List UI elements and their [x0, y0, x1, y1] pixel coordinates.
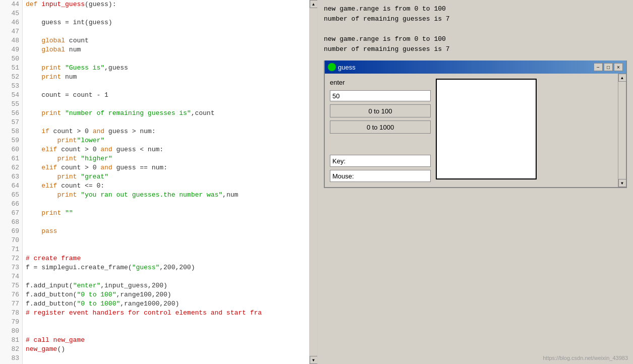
line-number: 83	[0, 354, 22, 363]
code-line	[26, 354, 309, 363]
code-line	[26, 54, 309, 64]
mouse-status: Mouse:	[330, 170, 431, 182]
line-number: 76	[0, 290, 22, 299]
code-line: print "number of remaining guesses is",c…	[26, 109, 309, 118]
line-number: 54	[0, 91, 22, 100]
line-number: 80	[0, 327, 22, 336]
console-line: new game.range is from 0 to 100	[324, 4, 627, 14]
close-button[interactable]: ×	[614, 63, 623, 71]
code-line	[26, 218, 309, 227]
line-number: 77	[0, 299, 22, 309]
line-number: 68	[0, 218, 22, 227]
gui-scroll-up[interactable]: ▲	[618, 74, 626, 82]
code-line: print "great"	[26, 172, 309, 181]
line-number: 79	[0, 318, 22, 327]
console-line: number of remaining guesses is 7	[324, 14, 627, 24]
gui-canvas[interactable]	[436, 79, 537, 179]
line-number: 51	[0, 64, 22, 73]
line-number: 49	[0, 45, 22, 54]
line-number: 66	[0, 200, 22, 209]
line-number: 65	[0, 191, 22, 200]
line-number: 70	[0, 236, 22, 245]
code-line: f.add_input("enter",input_guess,200)	[26, 281, 309, 290]
code-line: # register event handlers for control el…	[26, 309, 309, 318]
line-number: 50	[0, 54, 22, 64]
code-line: elif count <= 0:	[26, 181, 309, 191]
line-number: 81	[0, 336, 22, 345]
code-line	[26, 318, 309, 327]
console-line: number of remaining guesses is 7	[324, 44, 627, 54]
line-number: 60	[0, 145, 22, 154]
code-line: # call new_game	[26, 336, 309, 345]
code-line: pass	[26, 227, 309, 236]
line-number: 72	[0, 254, 22, 263]
code-line: count = count - 1	[26, 91, 309, 100]
scroll-track[interactable]	[310, 8, 317, 356]
line-number: 46	[0, 18, 22, 27]
minimize-button[interactable]: −	[594, 63, 603, 71]
code-line: # create frame	[26, 254, 309, 263]
gui-scroll-track[interactable]	[618, 82, 626, 179]
line-number: 63	[0, 172, 22, 181]
gui-scroll-down[interactable]: ▼	[618, 179, 626, 187]
line-number: 82	[0, 345, 22, 354]
line-numbers: 4445464748495051525354555657585960616263…	[0, 0, 23, 364]
code-line: print ""	[26, 209, 309, 218]
input-label: enter	[330, 79, 431, 86]
code-content: def input_guess(guess): guess = int(gues…	[23, 0, 309, 364]
code-line: global count	[26, 36, 309, 45]
enter-input[interactable]	[330, 90, 431, 101]
code-scrollbar[interactable]: ▲ ▼	[309, 0, 317, 364]
line-number: 58	[0, 127, 22, 136]
code-line	[26, 118, 309, 127]
line-number: 61	[0, 154, 22, 163]
button-0-to-100[interactable]: 0 to 100	[330, 104, 431, 117]
button-0-to-1000[interactable]: 0 to 1000	[330, 120, 431, 134]
line-number: 71	[0, 245, 22, 254]
code-editor: 4445464748495051525354555657585960616263…	[0, 0, 318, 364]
line-number: 47	[0, 27, 22, 36]
gui-scrollbar[interactable]: ▲ ▼	[618, 74, 626, 187]
code-line: guess = int(guess)	[26, 18, 309, 27]
line-number: 75	[0, 281, 22, 290]
code-line	[26, 327, 309, 336]
code-line: print num	[26, 73, 309, 82]
gui-title: guess	[338, 64, 356, 71]
gui-titlebar: guess − □ ×	[325, 60, 626, 74]
code-line: f.add_button("0 to 1000",range1000,200)	[26, 299, 309, 309]
code-line	[26, 27, 309, 36]
console-line: new game.range is from 0 to 100	[324, 34, 627, 44]
code-line: f = simplegui.create_frame("guess",200,2…	[26, 263, 309, 272]
code-line	[26, 272, 309, 281]
line-number: 55	[0, 100, 22, 109]
line-number: 74	[0, 272, 22, 281]
line-number: 56	[0, 109, 22, 118]
line-number: 45	[0, 9, 22, 18]
scroll-up-arrow[interactable]: ▲	[310, 0, 318, 8]
line-number: 57	[0, 118, 22, 127]
gui-body: enter 0 to 100 0 to 1000 Key: Mouse: ▲ ▼	[325, 74, 626, 187]
code-line	[26, 9, 309, 18]
code-line	[26, 82, 309, 91]
key-status: Key:	[330, 155, 431, 167]
code-line	[26, 245, 309, 254]
code-line: print "higher"	[26, 154, 309, 163]
gui-app-icon	[328, 63, 336, 71]
code-line: def input_guess(guess):	[26, 0, 309, 9]
gui-window: guess − □ × enter 0 to 100 0 to 1000 Key…	[324, 60, 627, 188]
line-number: 78	[0, 309, 22, 318]
scroll-down-arrow[interactable]: ▼	[310, 356, 318, 364]
bottom-right-area: https://blog.csdn.net/weixin_43983	[318, 190, 633, 364]
code-line: print "Guess is",guess	[26, 64, 309, 73]
line-number: 67	[0, 209, 22, 218]
line-number: 53	[0, 82, 22, 91]
gui-controls: enter 0 to 100 0 to 1000 Key: Mouse:	[325, 74, 436, 187]
code-line: print "you ran out guesses.the number wa…	[26, 191, 309, 200]
line-number: 59	[0, 136, 22, 145]
maximize-button[interactable]: □	[604, 63, 613, 71]
line-number: 69	[0, 227, 22, 236]
gui-spacer	[330, 137, 431, 152]
watermark: https://blog.csdn.net/weixin_43983	[543, 355, 628, 361]
gui-titlebar-buttons: − □ ×	[594, 63, 623, 71]
code-line: if count > 0 and guess > num:	[26, 127, 309, 136]
